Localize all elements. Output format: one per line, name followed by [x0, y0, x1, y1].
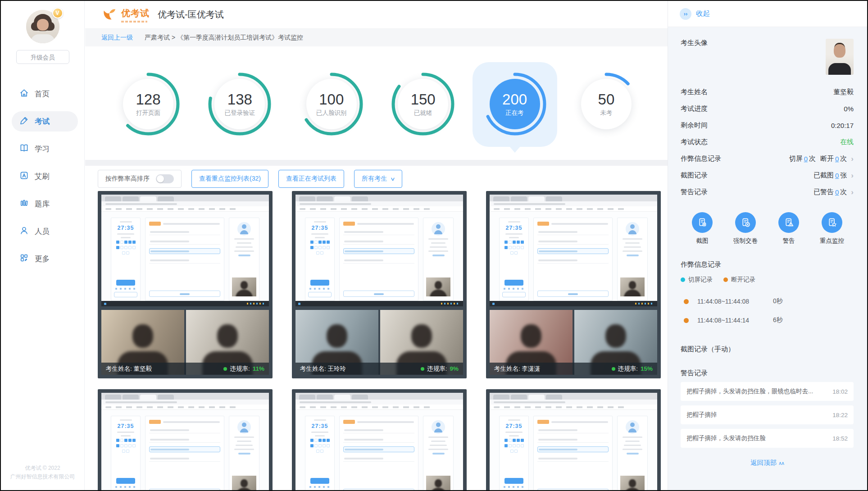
student-card[interactable]: 27:35 [98, 389, 273, 490]
sidebar-item-label: 学习 [35, 144, 50, 154]
copyright: 优考试 © 2022 广州好智信息技术有限公司 [1, 464, 84, 481]
student-avatar-mock [432, 420, 445, 434]
cheat-legend: 切屏记录 断开记录 [681, 276, 854, 284]
webcam-thumb-mock [426, 277, 450, 296]
progress-value: 0% [844, 105, 854, 113]
name-row-label: 考生姓名 [681, 88, 708, 96]
back-to-top-link[interactable]: 返回顶部∧∧ [681, 459, 854, 467]
letter-a-icon [19, 171, 29, 182]
green-dot-icon [223, 367, 227, 371]
warning-time: 18:52 [832, 435, 848, 442]
exam-timer: 27:35 [312, 423, 328, 429]
sidebar-item-people[interactable]: 人员 [12, 221, 78, 241]
logo-tagline [121, 21, 147, 23]
app-logo-text: 优考试 [121, 7, 150, 19]
student-name-label: 考生姓名: 王玲玲 [300, 365, 346, 373]
screen-switch-count-link[interactable]: 0 [804, 155, 808, 163]
warn-action-button[interactable]: 警告 [769, 212, 809, 245]
warning-count-link[interactable]: 0 [835, 188, 839, 196]
time-remaining-value: 0:20:17 [831, 122, 854, 129]
student-screen-mock: 27:35 [490, 195, 657, 306]
in-exam-list-button[interactable]: 查看正在考试列表 [278, 170, 344, 188]
exam-timer: 27:35 [506, 423, 523, 429]
browser-bookmarks [295, 206, 463, 212]
sidebar-item-more[interactable]: 更多 [12, 249, 78, 269]
book-icon [19, 143, 29, 155]
orange-dot-icon [723, 277, 728, 282]
stat-bubble: 200正在考 [490, 79, 540, 129]
taskbar-mock [295, 301, 463, 306]
sidebar-nav: 首页 考试 学习 艾刷 题库 人员 [1, 84, 84, 269]
user-avatar[interactable]: V [26, 10, 59, 43]
home-icon [19, 88, 29, 100]
warning-text: 把帽子摘掉 [686, 411, 717, 419]
app-logo: 优考试 [121, 7, 150, 23]
disconnect-count-link[interactable]: 0 [835, 155, 839, 163]
browser-addressbar [101, 400, 269, 405]
section-divider [85, 160, 668, 166]
student-card[interactable]: 27:35 [292, 191, 467, 378]
stat-circle-未考[interactable]: 50未考 [570, 68, 642, 140]
student-filter-dropdown[interactable]: 所有考生 ∨ [354, 170, 402, 188]
upgrade-member-button[interactable]: 升级会员 [16, 50, 69, 64]
student-screen-mock: 27:35 [101, 393, 269, 490]
sidebar-item-bank[interactable]: 题库 [12, 194, 78, 214]
force-submit-action-button[interactable]: 强制交卷 [726, 212, 765, 245]
legend-screen-switch: 切屏记录 [681, 276, 713, 284]
cheat-record-item: 11:44:08~11:44:080秒 [681, 292, 854, 311]
student-card[interactable]: 27:35 [292, 389, 467, 490]
cheat-section-title: 作弊信息记录 [681, 260, 854, 269]
stat-value: 50 [598, 91, 615, 108]
screenshot-count-link[interactable]: 0 [835, 172, 839, 179]
browser-tabbar [295, 393, 463, 400]
browser-bookmarks [101, 405, 269, 410]
exam-page-mock: 27:35 [490, 212, 657, 301]
student-card[interactable]: 27:35 [98, 191, 273, 378]
chevron-right-icon[interactable]: › [851, 155, 854, 164]
stat-bubble: 150已就绪 [398, 79, 448, 129]
stat-label: 已就绪 [414, 109, 432, 117]
collapse-panel-button[interactable]: ›› 收起 [668, 1, 867, 27]
focus-monitor-action-button[interactable]: 重点监控 [812, 212, 852, 245]
student-screen-mock: 27:35 [295, 393, 463, 490]
progress-row-label: 考试进度 [681, 105, 708, 113]
student-card[interactable]: 27:35 [486, 389, 661, 490]
sidebar-item-home[interactable]: 首页 [12, 84, 78, 104]
collapse-icon: ›› [680, 8, 691, 20]
collapse-label: 收起 [696, 9, 710, 18]
stat-circle-正在考[interactable]: 200正在考 [479, 68, 551, 140]
vip-badge-icon: V [52, 8, 63, 18]
sort-toggle[interactable] [156, 174, 174, 183]
stat-value: 200 [502, 91, 527, 108]
sidebar-item-exam[interactable]: 考试 [12, 111, 78, 132]
stat-circle-打开页面[interactable]: 128打开页面 [112, 68, 184, 140]
panel-body: 考生头像 考生姓名 董坚毅 考试进度 0% 剩余时间 0:20:17 考试状态 … [668, 27, 867, 467]
student-avatar-mock [237, 420, 251, 434]
time-row-label: 剩余时间 [681, 121, 708, 130]
stat-circle-已人脸识别[interactable]: 100已人脸识别 [295, 68, 368, 140]
orange-dot-icon [684, 299, 689, 304]
browser-addressbar [101, 201, 269, 206]
chevron-right-icon[interactable]: › [851, 188, 854, 197]
exam-page-mock: 27:35 [101, 410, 269, 490]
student-screen-mock: 27:35 [101, 195, 269, 306]
browser-addressbar [295, 201, 463, 206]
stat-circle-已就绪[interactable]: 150已就绪 [387, 68, 459, 140]
stat-circle-已登录验证[interactable]: 138已登录验证 [204, 68, 276, 140]
sidebar-item-study[interactable]: 学习 [12, 139, 78, 159]
cards-row-2: 27:35 [98, 389, 668, 490]
back-link[interactable]: 返回上一级 [101, 34, 133, 42]
watch-list-button[interactable]: 查看重点监控列表(32) [191, 170, 268, 188]
taskbar-mock [101, 301, 269, 306]
question-bank-icon [19, 198, 29, 209]
record-time: 11:44:08~11:44:14 [697, 317, 773, 324]
taskbar-mock [490, 301, 657, 306]
warning-time: 18:02 [832, 388, 848, 395]
record-duration: 6秒 [773, 316, 783, 324]
focus-monitor-icon [822, 212, 842, 233]
screenshot-action-button[interactable]: 截图 [682, 212, 722, 245]
more-grid-icon [19, 253, 29, 264]
chevron-right-icon[interactable]: › [851, 171, 854, 180]
student-card[interactable]: 27:35 [486, 191, 661, 378]
sidebar-item-aishua[interactable]: 艾刷 [12, 166, 78, 186]
